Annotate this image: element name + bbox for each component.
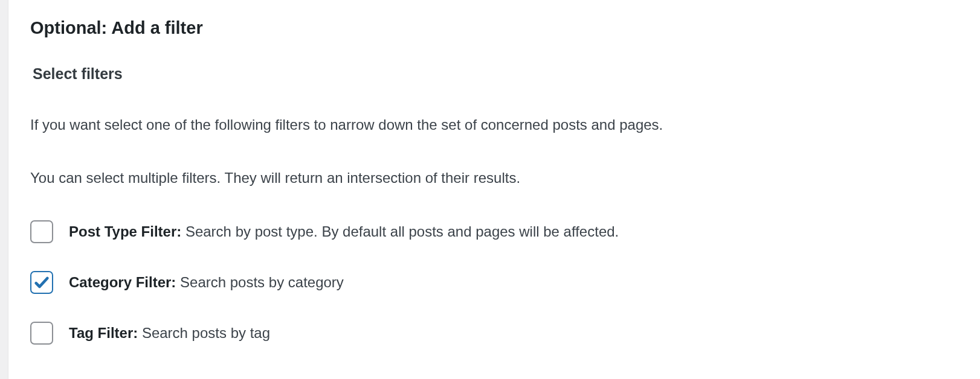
filter-row-category: Category Filter: Search posts by categor… (30, 271, 958, 294)
filter-row-tag: Tag Filter: Search posts by tag (30, 322, 958, 345)
category-filter-checkbox[interactable] (30, 271, 53, 294)
category-filter-label[interactable]: Category Filter: Search posts by categor… (69, 272, 344, 293)
tag-filter-label[interactable]: Tag Filter: Search posts by tag (69, 323, 270, 343)
filter-label-desc: Search posts by category (176, 274, 343, 290)
filter-row-post-type: Post Type Filter: Search by post type. B… (30, 220, 958, 243)
post-type-filter-checkbox[interactable] (30, 220, 53, 243)
filter-label-bold: Category Filter: (69, 274, 176, 290)
filters-list: Post Type Filter: Search by post type. B… (30, 220, 958, 345)
check-icon (33, 274, 50, 291)
filter-label-bold: Tag Filter: (69, 325, 138, 341)
section-title: Optional: Add a filter (30, 17, 958, 40)
filter-label-bold: Post Type Filter: (69, 223, 181, 240)
post-type-filter-label[interactable]: Post Type Filter: Search by post type. B… (69, 221, 619, 242)
filter-settings-panel: Optional: Add a filter Select filters If… (8, 0, 980, 379)
filter-label-desc: Search posts by tag (138, 325, 270, 341)
select-filters-heading: Select filters (33, 65, 958, 83)
sidebar-gutter (0, 0, 8, 379)
filter-description-2: You can select multiple filters. They wi… (30, 167, 958, 189)
tag-filter-checkbox[interactable] (30, 322, 53, 345)
filter-label-desc: Search by post type. By default all post… (181, 223, 619, 240)
filter-description-1: If you want select one of the following … (30, 114, 958, 136)
